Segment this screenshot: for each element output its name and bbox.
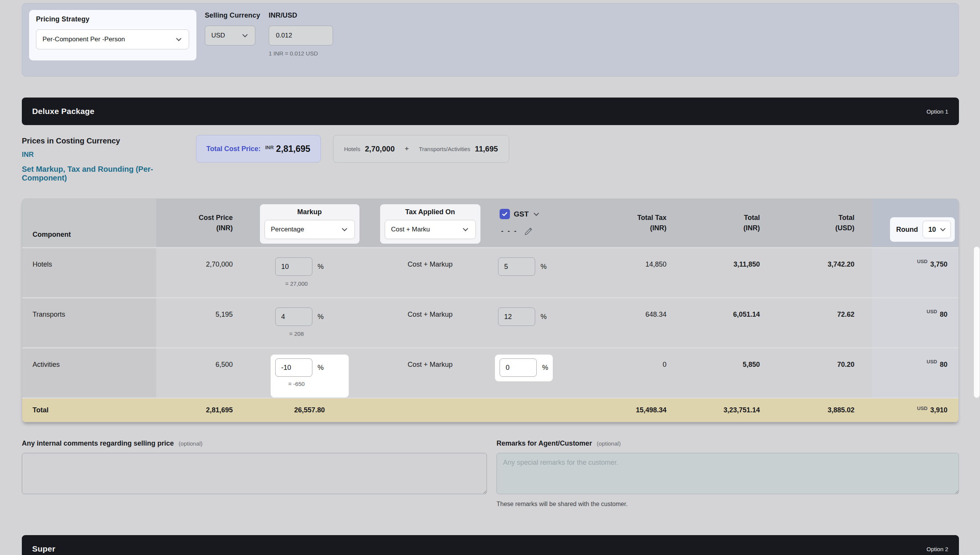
gst-header-label: GST: [514, 210, 529, 218]
row-total-usd: 72.62: [777, 298, 872, 347]
internal-comments-textarea[interactable]: [22, 453, 487, 494]
row-rounded-usd: USD 3,750: [872, 248, 959, 297]
total-usd: 3,885.02: [777, 406, 872, 414]
internal-comments-label: Any internal comments regarding selling …: [22, 439, 174, 447]
header-total-usd: Total (USD): [777, 199, 872, 247]
pricing-strategy-label: Pricing Strategy: [36, 15, 189, 23]
round-select[interactable]: 10: [923, 221, 951, 238]
total-cost-label: Total Cost Price:: [206, 145, 261, 153]
total-label: Total: [22, 406, 156, 414]
exchange-rate-value: 0.012: [276, 32, 292, 39]
table-row: Activities 6,500 -10 % = -650 Cost + Mar…: [22, 347, 959, 397]
costing-currency-link[interactable]: INR: [22, 151, 196, 159]
prices-heading: Prices in Costing Currency: [22, 137, 196, 145]
header-markup: Markup Percentage: [249, 199, 370, 247]
total-cost-price: 2,81,695: [156, 406, 249, 414]
percent-suffix: %: [318, 313, 324, 321]
chevron-down-icon: [175, 36, 183, 43]
pricing-strategy-select[interactable]: Per-Component Per -Person: [36, 29, 189, 49]
row-gst-cell: 12 %: [490, 298, 586, 347]
header-round: Round 10: [872, 199, 959, 247]
row-gst-cell: 5 %: [490, 248, 586, 297]
edit-pencil-icon[interactable]: [524, 226, 534, 236]
header-total-inr: Total (INR): [686, 199, 777, 247]
exchange-rate-label: INR/USD: [269, 11, 333, 20]
cost-breakdown-badge: Hotels 2,70,000 + Transports/Activities …: [333, 135, 509, 163]
row-markup-cell: -10 % = -650: [249, 348, 370, 397]
package-title: Deluxe Package: [32, 107, 95, 116]
row-cost-price: 5,195: [156, 298, 249, 347]
set-markup-link[interactable]: Set Markup, Tax and Rounding (Per-Compon…: [22, 165, 196, 182]
exchange-rate-input[interactable]: 0.012: [269, 26, 333, 46]
gst-input[interactable]: 0: [500, 358, 537, 377]
header-gst: GST - - -: [490, 199, 586, 247]
row-component: Hotels: [22, 248, 156, 297]
row-total-inr: 6,051.14: [686, 298, 777, 347]
markup-header-label: Markup: [265, 208, 355, 216]
header-tax-applied: Tax Applied On Cost + Marku: [370, 199, 490, 247]
markup-table: Component Cost Price (INR) Markup Percen…: [22, 199, 959, 422]
internal-comments-optional: (optional): [179, 440, 203, 447]
package-option-badge: Option 1: [926, 108, 948, 115]
plus-sign: +: [405, 145, 409, 153]
chevron-down-icon: [939, 226, 947, 233]
remarks-note: These remarks will be shared with the cu…: [497, 501, 959, 508]
percent-suffix: %: [541, 313, 547, 321]
row-markup-cell: 4 % = 208: [249, 298, 370, 347]
header-component: Component: [22, 199, 156, 247]
tax-applied-value: Cost + Marku: [391, 226, 430, 233]
markup-input[interactable]: 4: [275, 308, 312, 326]
transports-activities-value: 11,695: [475, 145, 498, 153]
tax-applied-select[interactable]: Cost + Marku: [385, 220, 476, 239]
selling-currency-select[interactable]: USD: [205, 26, 255, 46]
gst-input[interactable]: 5: [498, 257, 535, 276]
gst-input[interactable]: 12: [498, 308, 535, 326]
chevron-down-icon: [462, 226, 469, 233]
pricing-strategy-value: Per-Component Per -Person: [42, 36, 125, 43]
pricing-strategy-panel: Pricing Strategy Per-Component Per -Pers…: [29, 10, 196, 60]
row-markup-cell: 10 % = 27,000: [249, 248, 370, 297]
table-header-row: Component Cost Price (INR) Markup Percen…: [22, 199, 959, 247]
gst-rate-value: - - -: [501, 227, 518, 235]
gst-checkbox[interactable]: [500, 209, 510, 219]
row-total-tax: 14,850: [586, 248, 686, 297]
markup-equals: = 27,000: [275, 280, 318, 287]
row-cost-price: 6,500: [156, 348, 249, 397]
total-rounded-usd: USD 3,910: [872, 406, 959, 414]
markup-input[interactable]: 10: [275, 257, 312, 276]
total-markup: 26,557.80: [249, 406, 370, 414]
check-icon: [501, 211, 508, 217]
table-row: Transports 5,195 4 % = 208 Cost + Markup…: [22, 297, 959, 347]
remarks-optional: (optional): [597, 440, 621, 447]
row-component: Transports: [22, 298, 156, 347]
row-cost-price: 2,70,000: [156, 248, 249, 297]
tax-applied-header-label: Tax Applied On: [385, 208, 476, 216]
row-gst-cell: 0 %: [490, 348, 586, 397]
markup-equals: = 208: [275, 330, 318, 337]
next-package-header-bar[interactable]: Super Option 2: [22, 535, 959, 555]
selling-currency-value: USD: [211, 32, 225, 39]
table-row: Hotels 2,70,000 10 % = 27,000 Cost + Mar…: [22, 247, 959, 297]
markup-mode-value: Percentage: [271, 226, 304, 233]
next-package-option-badge: Option 2: [926, 546, 948, 552]
remarks-label: Remarks for Agent/Customer: [497, 439, 592, 447]
chevron-down-icon: [341, 226, 348, 233]
chevron-down-icon[interactable]: [532, 210, 540, 218]
row-total-usd: 3,742.20: [777, 248, 872, 297]
row-tax-applied: Cost + Markup: [370, 348, 490, 397]
total-inr: 3,23,751.14: [686, 406, 777, 414]
percent-suffix: %: [542, 364, 548, 372]
table-total-row: Total 2,81,695 26,557.80 15,498.34 3,23,…: [22, 397, 959, 422]
total-cost-badge: Total Cost Price: INR 2,81,695: [196, 135, 321, 163]
remarks-textarea[interactable]: [497, 453, 959, 494]
markup-equals: = -650: [275, 381, 318, 387]
row-tax-applied: Cost + Markup: [370, 248, 490, 297]
row-total-usd: 70.20: [777, 348, 872, 397]
scrollbar[interactable]: [974, 247, 980, 398]
package-header-bar[interactable]: Deluxe Package Option 1: [22, 98, 959, 125]
round-label: Round: [896, 226, 918, 234]
round-value: 10: [928, 226, 936, 234]
markup-mode-select[interactable]: Percentage: [265, 220, 355, 239]
markup-input[interactable]: -10: [275, 358, 312, 377]
row-total-inr: 5,850: [686, 348, 777, 397]
